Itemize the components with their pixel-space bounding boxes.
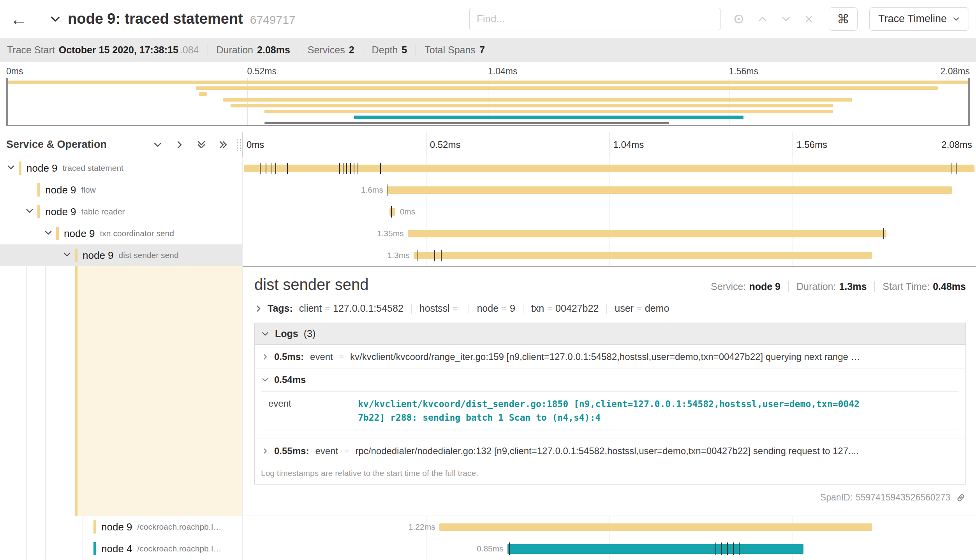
- span-bar[interactable]: [389, 208, 395, 216]
- span-row: node 9flow1.6ms: [0, 179, 976, 201]
- collapse-all-icon[interactable]: [218, 140, 228, 150]
- log-marker: [418, 250, 418, 261]
- expand-all-icon[interactable]: [196, 140, 206, 150]
- log-marker: [721, 542, 722, 555]
- minimap-canvas[interactable]: [6, 78, 970, 126]
- span-bar[interactable]: [408, 230, 887, 237]
- service-color-strip: [93, 520, 96, 534]
- equals-sign: =: [453, 304, 458, 314]
- log-marker: [956, 163, 957, 174]
- expand-log-icon[interactable]: [261, 353, 270, 361]
- logs-header[interactable]: Logs (3): [255, 323, 965, 345]
- column-resizer-handle[interactable]: [237, 139, 241, 151]
- span-tree-item[interactable]: node 9table reader: [0, 201, 243, 223]
- summary-value: 7: [479, 44, 485, 56]
- service-color-strip: [93, 542, 96, 555]
- span-timeline-cell[interactable]: 1.35ms: [243, 223, 976, 244]
- span-detail-title: dist sender send: [254, 276, 369, 293]
- logs-body: 0.5ms:event=kv/kvclient/kvcoord/range_it…: [255, 345, 965, 463]
- expand-log-icon[interactable]: [261, 447, 270, 455]
- span-timeline-cell[interactable]: 1.6ms: [243, 179, 976, 201]
- span-tree-item[interactable]: node 9dist sender send: [0, 244, 243, 266]
- span-toggle-icon[interactable]: [25, 206, 34, 217]
- keyboard-shortcuts-button[interactable]: ⌘: [829, 7, 858, 31]
- summary-label: Total Spans: [425, 44, 476, 56]
- minimap-scrubber-handle-right[interactable]: [968, 78, 970, 125]
- log-marker: [350, 163, 351, 174]
- span-bar[interactable]: [387, 186, 952, 194]
- collapse-trace-header-icon[interactable]: [49, 13, 62, 25]
- service-name: node 9: [45, 206, 76, 218]
- log-entry[interactable]: 0.55ms:event=rpc/nodedialer/nodedialer.g…: [255, 439, 965, 463]
- span-toggle-icon[interactable]: [6, 163, 16, 174]
- span-bar[interactable]: [439, 523, 872, 531]
- operation-name: dist sender send: [119, 251, 179, 260]
- log-entry[interactable]: 0.5ms:event=kv/kvclient/kvcoord/range_it…: [255, 345, 965, 369]
- next-result-icon[interactable]: [780, 14, 791, 25]
- span-toggle-icon[interactable]: [44, 228, 53, 239]
- indent-guide: [26, 516, 27, 538]
- trace-view-dropdown[interactable]: Trace Timeline: [869, 7, 969, 31]
- prev-result-icon[interactable]: [757, 14, 768, 25]
- axis-time-label: 1.04ms: [610, 132, 644, 157]
- tags-row[interactable]: Tags: client=127.0.0.1:54582hostssl=node…: [254, 303, 966, 314]
- service-name: node 4: [101, 543, 132, 555]
- summary-label: Depth: [372, 44, 398, 56]
- trace-id: 6749717: [250, 13, 296, 26]
- log-marker: [509, 542, 510, 555]
- log-field-key: event: [261, 392, 351, 430]
- log-timestamp: 0.54ms: [274, 374, 306, 385]
- log-timestamp: 0.5ms:: [274, 351, 304, 362]
- span-timeline-cell[interactable]: 0ms: [243, 201, 976, 223]
- span-toggle-icon[interactable]: [62, 250, 72, 261]
- span-tree-item[interactable]: node 4/cockroach.roachpb.I…: [0, 538, 243, 560]
- service-name: node 9: [64, 228, 95, 240]
- span-tree-item[interactable]: node 9txn coordinator send: [0, 223, 243, 244]
- locate-span-icon[interactable]: [733, 13, 745, 25]
- span-duration-label: 0.85ms: [477, 538, 504, 560]
- span-detail-header: dist sender send Service:node 9Duration:…: [254, 276, 966, 293]
- span-timeline-cell[interactable]: [243, 157, 976, 179]
- top-bar: ← node 9: traced statement 6749717 ⌘ Tra…: [0, 0, 976, 38]
- span-timeline-cell[interactable]: 0.85ms: [243, 538, 976, 560]
- log-marker: [358, 163, 358, 174]
- minimap-span-bar: [196, 86, 938, 90]
- span-duration-label: 1.22ms: [409, 516, 435, 538]
- expand-one-icon[interactable]: [174, 140, 185, 150]
- span-bar[interactable]: [414, 252, 872, 259]
- span-row: node 9dist sender send1.3ms: [0, 244, 976, 266]
- log-fields-table: eventkv/kvclient/kvcoord/dist_sender.go:…: [261, 391, 959, 430]
- log-marker: [346, 163, 347, 174]
- log-entry-header[interactable]: 0.54ms: [255, 369, 965, 391]
- tag-value: demo: [645, 303, 669, 314]
- span-tree-item[interactable]: node 9flow: [0, 179, 243, 201]
- summary-value: October 15 2020, 17:38:15: [59, 44, 178, 56]
- log-marker: [739, 542, 740, 555]
- span-row: node 4/cockroach.roachpb.I…0.85ms: [0, 538, 976, 560]
- copy-link-icon[interactable]: [956, 493, 966, 503]
- span-labels: node 9dist sender send: [83, 244, 240, 266]
- back-button[interactable]: ←: [0, 9, 37, 29]
- indent-guide: [45, 538, 46, 560]
- span-detail-stats: Service:node 9Duration:1.3msStart Time:0…: [711, 281, 966, 292]
- span-bar[interactable]: [507, 544, 804, 554]
- collapse-log-icon[interactable]: [261, 376, 270, 384]
- find-input[interactable]: [469, 8, 721, 30]
- span-timeline-cell[interactable]: 1.3ms: [243, 244, 976, 266]
- minimap-time-label: 0.52ms: [247, 66, 277, 77]
- service-color-strip: [37, 205, 40, 218]
- span-tree-item[interactable]: node 9traced statement: [0, 157, 243, 179]
- span-timeline-cell[interactable]: 1.22ms: [243, 516, 976, 538]
- expand-tags-icon[interactable]: [254, 304, 263, 313]
- clear-find-icon[interactable]: [804, 14, 814, 24]
- collapse-one-icon[interactable]: [153, 140, 163, 150]
- span-tree-item[interactable]: node 9/cockroach.roachpb.I…: [0, 516, 243, 538]
- axis-time-label: 1.56ms: [793, 132, 827, 157]
- summary-divider: [208, 44, 208, 56]
- minimap-time-label: 1.56ms: [729, 66, 758, 77]
- log-entry-expanded: 0.54mseventkv/kvclient/kvcoord/dist_send…: [255, 369, 965, 439]
- detail-stat-value: node 9: [749, 281, 780, 292]
- minimap-scrubber-handle-left[interactable]: [6, 78, 8, 125]
- log-marker: [391, 206, 392, 218]
- service-color-strip: [56, 227, 59, 240]
